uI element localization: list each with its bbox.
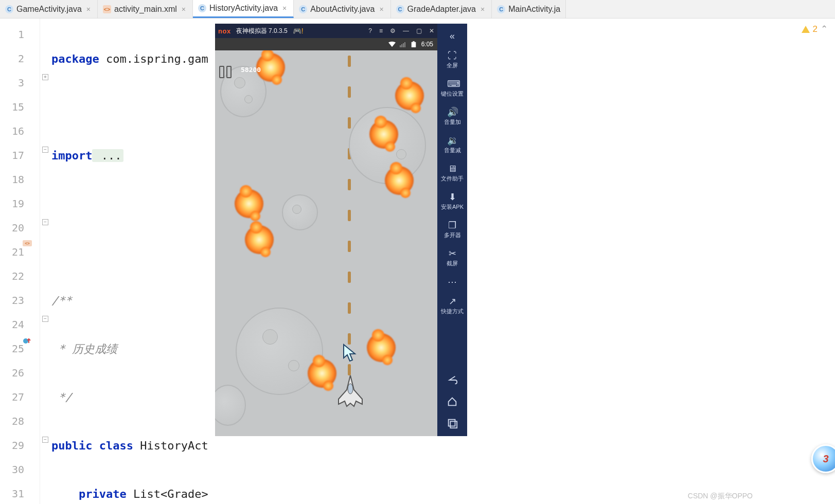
close-icon[interactable]: ✕ bbox=[429, 27, 434, 34]
line-gutter: 1 2 3 15 16 17 18 19 20<> 21 22 23 24 25… bbox=[0, 19, 40, 504]
close-icon[interactable]: × bbox=[281, 4, 288, 12]
folded-region[interactable]: ... bbox=[92, 149, 123, 162]
battery-icon bbox=[410, 41, 417, 47]
monitor-icon: 🖥 bbox=[447, 164, 457, 174]
road-dash bbox=[348, 302, 351, 314]
explosion bbox=[245, 225, 274, 254]
side-collapse[interactable]: « bbox=[437, 28, 467, 44]
line-number: 29 bbox=[0, 434, 40, 458]
fold-toggle[interactable]: − bbox=[42, 219, 48, 225]
game-screen[interactable]: 58200 bbox=[215, 50, 437, 436]
side-volume-down[interactable]: 🔉音量减 bbox=[437, 132, 467, 157]
tab-activity-main-xml[interactable]: <> activity_main.xml × bbox=[98, 0, 193, 18]
line-number: 20<> bbox=[0, 216, 40, 240]
chevron-up-down-icon[interactable]: ⌃ bbox=[821, 24, 828, 34]
close-icon[interactable]: × bbox=[378, 5, 385, 13]
side-install-apk[interactable]: ⬇安装APK bbox=[437, 189, 467, 214]
tab-label: activity_main.xml bbox=[114, 5, 177, 14]
line-number: 30 bbox=[0, 458, 40, 482]
xml-icon: <> bbox=[103, 5, 111, 13]
menu-icon[interactable]: ≡ bbox=[379, 27, 383, 34]
line-number: 31 bbox=[0, 482, 40, 504]
svg-point-7 bbox=[348, 384, 353, 394]
line-number: 26 bbox=[0, 361, 40, 385]
copy-icon: ❐ bbox=[447, 220, 457, 230]
side-more[interactable]: ⋯ bbox=[437, 274, 467, 290]
explosion bbox=[367, 333, 396, 362]
side-keymap[interactable]: ⌨键位设置 bbox=[437, 76, 467, 101]
emulator-titlebar[interactable]: nox 夜神模拟器 7.0.3.5 🎮! ? ≡ ⚙ — ▢ ✕ bbox=[215, 24, 437, 38]
line-number: 19 bbox=[0, 192, 40, 216]
line-number: 1 bbox=[0, 23, 40, 47]
side-file-assistant[interactable]: 🖥文件助手 bbox=[437, 160, 467, 186]
signal-icon bbox=[400, 41, 406, 47]
road-dash bbox=[348, 364, 351, 375]
close-icon[interactable]: × bbox=[85, 5, 92, 13]
tab-game-activity[interactable]: C GameActivity.java × bbox=[0, 0, 98, 18]
inspection-widget[interactable]: 2 ⌃ bbox=[802, 24, 828, 34]
tab-label: GameActivity.java bbox=[16, 5, 82, 14]
line-number: 15 bbox=[0, 95, 40, 119]
clock: 6:05 bbox=[421, 41, 433, 48]
svg-rect-5 bbox=[411, 42, 416, 47]
close-icon[interactable]: × bbox=[479, 5, 486, 13]
fold-toggle[interactable]: − bbox=[42, 437, 48, 443]
pause-button[interactable] bbox=[219, 66, 232, 78]
asteroid bbox=[215, 385, 246, 426]
tab-main-activity[interactable]: C MainActivity.ja bbox=[492, 0, 566, 18]
keyword: import bbox=[51, 149, 92, 162]
side-fullscreen[interactable]: ⛶全屏 bbox=[437, 47, 467, 73]
nox-logo: nox bbox=[218, 27, 231, 35]
side-label: 安装APK bbox=[441, 203, 464, 211]
recents-button[interactable] bbox=[447, 418, 458, 429]
side-shortcut[interactable]: ↗快捷方式 bbox=[437, 293, 467, 318]
fold-toggle[interactable]: − bbox=[42, 316, 48, 322]
line-number: 23 bbox=[0, 289, 40, 313]
svg-rect-4 bbox=[404, 42, 405, 47]
editor-tab-bar: C GameActivity.java × <> activity_main.x… bbox=[0, 0, 835, 19]
fold-toggle[interactable]: − bbox=[42, 147, 48, 153]
road-dash bbox=[348, 117, 351, 129]
tab-grade-adapter[interactable]: C GradeAdapter.java × bbox=[391, 0, 492, 18]
line-number: 25 bbox=[0, 337, 40, 361]
road-dash bbox=[348, 333, 351, 345]
maximize-icon[interactable]: ▢ bbox=[416, 27, 422, 34]
road-dash bbox=[348, 56, 351, 67]
java-icon: C bbox=[497, 5, 505, 13]
tab-history-activity[interactable]: C HistoryActivity.java × bbox=[193, 0, 294, 18]
emulator-main: nox 夜神模拟器 7.0.3.5 🎮! ? ≡ ⚙ — ▢ ✕ 6:05 bbox=[215, 24, 437, 436]
chevron-left-icon: « bbox=[447, 31, 457, 41]
back-button[interactable] bbox=[447, 374, 458, 386]
minimize-icon[interactable]: — bbox=[403, 27, 409, 34]
side-label: 音量减 bbox=[444, 147, 461, 154]
tab-label: HistoryActivity.java bbox=[209, 4, 278, 13]
help-icon[interactable]: ? bbox=[368, 27, 372, 34]
side-screenshot[interactable]: ✂截屏 bbox=[437, 245, 467, 271]
side-multi-instance[interactable]: ❐多开器 bbox=[437, 217, 467, 242]
side-label: 键位设置 bbox=[441, 90, 464, 98]
line-number: 17 bbox=[0, 143, 40, 168]
mouse-cursor bbox=[343, 344, 358, 362]
gear-icon[interactable]: ⚙ bbox=[390, 27, 396, 34]
player-ship[interactable] bbox=[334, 374, 366, 408]
emulator-window: nox 夜神模拟器 7.0.3.5 🎮! ? ≡ ⚙ — ▢ ✕ 6:05 bbox=[215, 24, 467, 436]
home-button[interactable] bbox=[447, 396, 458, 407]
line-number: 21 bbox=[0, 240, 40, 264]
side-label: 多开器 bbox=[444, 231, 461, 239]
line-number: 3 bbox=[0, 71, 40, 95]
explosion bbox=[385, 166, 414, 195]
fold-toggle[interactable]: + bbox=[42, 74, 48, 80]
side-volume-up[interactable]: 🔊音量加 bbox=[437, 104, 467, 129]
keyword: private bbox=[79, 488, 127, 500]
close-icon[interactable]: × bbox=[180, 5, 187, 13]
line-number: 18 bbox=[0, 168, 40, 192]
gamepad-icon[interactable]: 🎮! bbox=[293, 27, 304, 35]
svg-rect-8 bbox=[449, 420, 455, 426]
side-label: 截屏 bbox=[447, 260, 458, 267]
warning-icon bbox=[802, 26, 810, 33]
svg-rect-2 bbox=[401, 44, 402, 47]
download-icon: ⬇ bbox=[447, 192, 457, 202]
svg-rect-6 bbox=[413, 41, 414, 42]
comment: /** bbox=[51, 294, 72, 307]
tab-about-activity[interactable]: C AboutActivity.java × bbox=[294, 0, 390, 18]
